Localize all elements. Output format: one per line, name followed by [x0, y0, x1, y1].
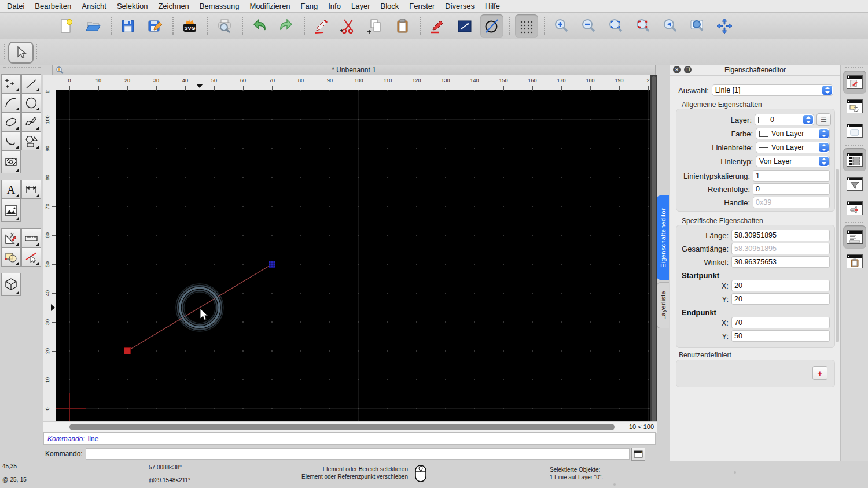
- layer-menu-button[interactable]: ☰: [816, 113, 831, 126]
- print-preview-button[interactable]: [213, 14, 236, 38]
- export-svg-button[interactable]: SVG: [178, 14, 201, 38]
- end-x-input[interactable]: [731, 317, 830, 328]
- zoom-pan-button[interactable]: [713, 14, 736, 38]
- menu-item-fang[interactable]: Fang: [301, 2, 318, 10]
- dock-strip-handle[interactable]: [845, 67, 863, 68]
- points-tool-button[interactable]: [1, 74, 21, 93]
- misc-tools-button[interactable]: [1, 228, 21, 247]
- zoom-auto-button[interactable]: [604, 14, 627, 38]
- paste-button[interactable]: [391, 14, 414, 38]
- zoom-selected-button[interactable]: [631, 14, 654, 38]
- modify-tool-button[interactable]: [21, 247, 41, 267]
- circle-tool-button[interactable]: [21, 93, 41, 112]
- toolbar-handle[interactable]: [36, 44, 37, 59]
- block-dock-button[interactable]: [843, 95, 866, 118]
- menu-item-datei[interactable]: Datei: [7, 2, 24, 10]
- panel-close-button[interactable]: ✕: [673, 66, 681, 73]
- dimension-tool-button[interactable]: [21, 180, 41, 199]
- tab-layerliste[interactable]: Layerliste: [657, 282, 669, 328]
- line-start-handle[interactable]: [124, 348, 131, 354]
- length-input[interactable]: [731, 230, 830, 241]
- polygon-tool-button[interactable]: [21, 131, 41, 150]
- command-dock-button[interactable]: [631, 448, 645, 461]
- zoom-in-button[interactable]: [550, 14, 573, 38]
- hatch-tool-button[interactable]: [1, 150, 21, 173]
- end-y-input[interactable]: [731, 330, 830, 342]
- polyline-tool-button[interactable]: [1, 131, 21, 150]
- draw-pencil-button[interactable]: [426, 14, 449, 38]
- menu-item-block[interactable]: Block: [380, 2, 399, 10]
- zoom-previous-button[interactable]: [659, 14, 682, 38]
- block-tool-button[interactable]: [1, 247, 21, 267]
- menu-item-modifizieren[interactable]: Modifizieren: [250, 2, 290, 10]
- line-tool-button[interactable]: [453, 14, 476, 38]
- save-as-button[interactable]: [144, 14, 167, 38]
- command-dock-button2[interactable]: [843, 197, 866, 220]
- angle-input[interactable]: [731, 256, 830, 268]
- filter-dock-button[interactable]: [843, 172, 866, 195]
- menu-item-zeichnen[interactable]: Zeichnen: [158, 2, 189, 10]
- edit-pencil-button[interactable]: [310, 14, 333, 38]
- document-titlebar[interactable]: * Unbenannt 1: [52, 65, 656, 75]
- clipboard-dock-button[interactable]: [843, 250, 866, 273]
- circle-line-tool-button[interactable]: [480, 14, 503, 38]
- line-end-handle[interactable]: [269, 261, 275, 268]
- horizontal-scrollbar[interactable]: 10 < 100: [43, 421, 657, 433]
- panel-scrollbar[interactable]: [836, 169, 839, 342]
- drawing-canvas[interactable]: [56, 90, 650, 421]
- dock-strip-handle[interactable]: [845, 145, 863, 146]
- menu-item-info[interactable]: Info: [328, 2, 341, 10]
- order-input[interactable]: [753, 183, 830, 195]
- menu-item-hilfe[interactable]: Hilfe: [485, 2, 500, 10]
- arc-tool-button[interactable]: [1, 93, 21, 112]
- color-dropdown[interactable]: Von Layer: [756, 128, 830, 139]
- dock-strip-handle[interactable]: [845, 222, 863, 223]
- undo-button[interactable]: [248, 14, 271, 38]
- linetype-dropdown[interactable]: Von Layer: [756, 156, 830, 167]
- open-file-button[interactable]: [82, 14, 105, 38]
- copy-button[interactable]: [364, 14, 387, 38]
- horizontal-scrollbar-thumb[interactable]: [69, 424, 615, 430]
- menu-item-bemassung[interactable]: Bemassung: [200, 2, 240, 10]
- redo-button[interactable]: [275, 14, 298, 38]
- save-button[interactable]: [116, 14, 139, 38]
- handle-input[interactable]: [753, 197, 830, 208]
- panel-undock-button[interactable]: ❐: [684, 66, 692, 73]
- add-custom-property-button[interactable]: +: [812, 366, 827, 380]
- history-dock-button[interactable]: [843, 225, 866, 249]
- image-tool-button[interactable]: [1, 199, 21, 222]
- menu-item-bearbeiten[interactable]: Bearbeiten: [35, 2, 71, 10]
- linetypescale-input[interactable]: [753, 170, 830, 182]
- solid-3d-tool-button[interactable]: [1, 273, 21, 296]
- layerlist-dock-button[interactable]: [843, 148, 866, 171]
- text-tool-button[interactable]: A: [1, 180, 21, 199]
- selection-dropdown[interactable]: Linie [1]: [712, 84, 833, 96]
- zoom-out-button[interactable]: [577, 14, 600, 38]
- cut-button[interactable]: [337, 14, 360, 38]
- toolbar-handle[interactable]: [4, 44, 5, 59]
- menu-item-diverses[interactable]: Diverses: [445, 2, 475, 10]
- spline-tool-button[interactable]: [21, 112, 41, 131]
- menu-item-selektion[interactable]: Selektion: [117, 2, 148, 10]
- total-length-input[interactable]: [731, 243, 830, 254]
- layer-dropdown[interactable]: 0: [755, 114, 814, 125]
- properties-dock-button[interactable]: [843, 71, 866, 94]
- measure-tool-button[interactable]: [21, 228, 41, 247]
- tab-eigenschafteneditor[interactable]: Eigenschafteneditor: [657, 195, 669, 280]
- line-tool-button[interactable]: [21, 74, 41, 93]
- menu-item-ansicht[interactable]: Ansicht: [82, 2, 106, 10]
- start-y-input[interactable]: [731, 293, 830, 305]
- library-dock-button[interactable]: [843, 119, 866, 142]
- ellipse-tool-button[interactable]: [1, 112, 21, 131]
- command-input[interactable]: [86, 448, 630, 460]
- new-file-button[interactable]: [54, 14, 78, 38]
- select-tool-button[interactable]: [8, 42, 34, 64]
- palette-handle[interactable]: [3, 67, 41, 71]
- menu-item-layer[interactable]: Layer: [351, 2, 370, 10]
- linewidth-dropdown[interactable]: Von Layer: [756, 142, 830, 153]
- selected-line[interactable]: [127, 264, 272, 351]
- menu-item-fenster[interactable]: Fenster: [409, 2, 435, 10]
- zoom-window-button[interactable]: [686, 14, 709, 38]
- grid-toggle-button[interactable]: [515, 14, 538, 38]
- start-x-input[interactable]: [731, 280, 830, 291]
